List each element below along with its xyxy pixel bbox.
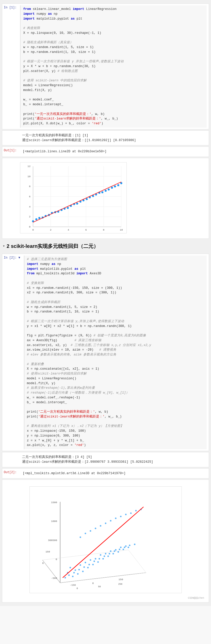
svg-point-102 — [134, 544, 135, 545]
section-2-header: ▼ 2 scikit-learn实现多元线性回归（二元） — [0, 240, 211, 253]
svg-point-73 — [115, 549, 116, 551]
svg-text:250: 250 — [118, 583, 122, 586]
svg-line-59 — [60, 573, 146, 583]
svg-text:0: 0 — [29, 226, 30, 228]
svg-text:4: 4 — [29, 205, 30, 208]
svg-point-98 — [113, 550, 115, 552]
svg-point-87 — [127, 547, 129, 548]
svg-point-28 — [38, 217, 40, 219]
svg-point-71 — [105, 553, 106, 555]
svg-text:50: 50 — [98, 586, 101, 588]
svg-point-52 — [114, 185, 116, 187]
svg-point-66 — [69, 567, 71, 568]
svg-text:0: 0 — [32, 229, 34, 231]
svg-text:300: 300 — [48, 539, 53, 542]
watermark: CSDN@战chen — [5, 596, 206, 600]
svg-point-67 — [85, 562, 86, 563]
chart-1-label — [2, 158, 18, 238]
output-1-text: 一元一次方程真实的斜率和截距是：[1] [1] 通过scikit-learn求解… — [2, 130, 209, 146]
svg-text:10: 10 — [120, 229, 123, 231]
svg-point-91 — [78, 569, 80, 571]
svg-text:0: 0 — [92, 582, 94, 585]
out-1-ref-content: [<matplotlib.lines.Line2D at 0x220b2ee1e… — [18, 147, 209, 157]
svg-line-116 — [62, 507, 143, 578]
output-2-content: 二元一次方程真实的斜率和截距是：[3 4] [5] 通过scikit-learn… — [18, 452, 209, 467]
svg-point-111 — [120, 516, 121, 517]
chart-2-area: 1500 1000 500 0 -500 -150 0 150 0 150 30… — [2, 482, 209, 602]
svg-text:150: 150 — [118, 578, 123, 581]
cell-2: In [2]: ▼ # 选择二元是因为方便画图 import numpy as … — [2, 254, 209, 451]
svg-text:500: 500 — [53, 539, 57, 542]
cell-2-label: In [2]: ▼ — [2, 254, 22, 451]
chart-2-svg: 1500 1000 500 0 -500 -150 0 150 0 150 30… — [29, 486, 182, 593]
svg-point-104 — [85, 533, 86, 534]
svg-point-81 — [97, 561, 99, 563]
chart-1-cell: 0 2 4 6 8 10 12 0 2 4 6 8 10 — [2, 158, 209, 239]
svg-text:0: 0 — [55, 558, 57, 561]
output-1-label-empty — [2, 131, 18, 145]
svg-point-107 — [100, 525, 101, 527]
svg-point-86 — [122, 549, 124, 550]
section-2-triangle: ▼ — [3, 245, 5, 248]
chart-2-label — [2, 480, 209, 482]
out-2-label: Out[2]: — [2, 469, 18, 478]
svg-point-74 — [120, 547, 121, 548]
svg-point-96 — [104, 556, 105, 557]
svg-text:0: 0 — [42, 562, 44, 565]
svg-point-64 — [74, 570, 76, 571]
svg-point-51 — [111, 187, 113, 189]
svg-point-69 — [95, 558, 96, 560]
svg-point-80 — [92, 564, 94, 565]
output-1-lines: 一元一次方程真实的斜率和截距是：[1] [1] 通过scikit-learn求解… — [20, 132, 207, 144]
svg-point-106 — [95, 528, 96, 529]
svg-point-49 — [105, 190, 107, 192]
svg-point-114 — [135, 510, 137, 512]
svg-text:2: 2 — [29, 215, 30, 218]
output-2-label-empty — [2, 452, 18, 467]
out-1-ref: Out[1]: [<matplotlib.lines.Line2D at 0x2… — [2, 146, 209, 157]
section-2-title: 2 scikit-learn实现多元线性回归（二元） — [7, 243, 99, 250]
svg-point-108 — [105, 523, 106, 524]
svg-point-95 — [99, 558, 100, 560]
out-2-ref-text: [<mpl_toolkits.mplot3d.art3d.Line3D at 0… — [20, 470, 207, 477]
svg-point-75 — [125, 545, 126, 547]
svg-point-88 — [64, 577, 66, 579]
svg-point-112 — [125, 514, 126, 515]
out-1-label: Out[1]: — [2, 147, 18, 157]
svg-point-65 — [79, 564, 81, 566]
svg-point-43 — [86, 198, 88, 200]
cell-1-content: from sklearn.linear_model import LinearR… — [18, 4, 209, 129]
svg-point-70 — [100, 554, 101, 556]
svg-point-79 — [87, 567, 89, 568]
svg-point-94 — [93, 561, 95, 562]
svg-point-37 — [67, 207, 69, 209]
svg-text:2: 2 — [50, 229, 52, 231]
out-2-ref-content: [<mpl_toolkits.mplot3d.art3d.Line3D at 0… — [18, 469, 209, 478]
svg-text:-150: -150 — [70, 584, 76, 587]
out-1-ref-text: [<matplotlib.lines.Line2D at 0x220b2ee1e… — [20, 148, 207, 155]
svg-text:4: 4 — [68, 229, 69, 231]
svg-point-105 — [90, 530, 91, 532]
svg-point-50 — [108, 188, 110, 190]
svg-point-82 — [102, 558, 104, 560]
svg-text:10: 10 — [27, 175, 30, 178]
cell-1-label: In [1]: — [2, 4, 18, 129]
notebook: In [1]: from sklearn.linear_model import… — [0, 0, 211, 606]
svg-point-100 — [124, 547, 125, 548]
output-2-lines: 二元一次方程真实的斜率和截距是：[3 4] [5] 通过scikit-learn… — [20, 454, 207, 466]
cell-2-code[interactable]: # 选择二元是因为方便画图 import numpy as np import … — [24, 256, 207, 449]
svg-text:6: 6 — [29, 195, 30, 198]
chart-1-area: 0 2 4 6 8 10 12 0 2 4 6 8 10 — [18, 158, 209, 238]
cell-1-code[interactable]: from sklearn.linear_model import LinearR… — [20, 5, 207, 128]
svg-point-97 — [108, 553, 110, 555]
svg-point-84 — [112, 553, 114, 555]
svg-line-61 — [128, 550, 146, 573]
svg-point-103 — [79, 536, 81, 538]
svg-point-92 — [83, 566, 85, 568]
out-2-ref: Out[2]: [<mpl_toolkits.mplot3d.art3d.Lin… — [2, 468, 209, 479]
svg-point-53 — [117, 184, 119, 186]
svg-text:150: 150 — [45, 550, 50, 553]
svg-text:1000: 1000 — [51, 520, 57, 523]
svg-point-77 — [77, 573, 78, 575]
svg-point-27 — [35, 218, 37, 220]
